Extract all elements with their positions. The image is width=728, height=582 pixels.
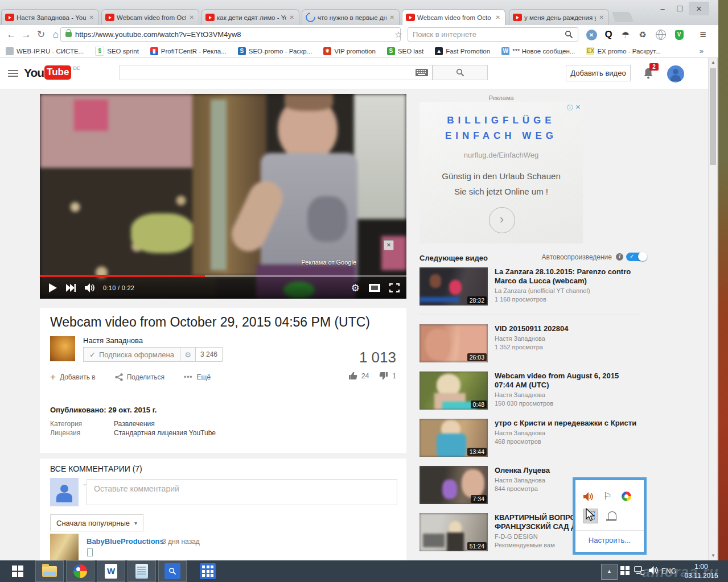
window-maximize-button[interactable]: ☐ — [672, 2, 688, 15]
browser-tab[interactable]: у меня день раждения у✕ — [509, 9, 609, 25]
bookmark-star-icon[interactable]: ☆ — [392, 25, 405, 44]
taskbar-browser[interactable] — [66, 560, 94, 582]
video-thumbnail[interactable]: 7:34 — [419, 466, 488, 504]
extension-icon-recycle[interactable]: ♻ — [635, 25, 650, 44]
browser-tab[interactable]: Webcam video from Octo✕ — [101, 9, 199, 25]
video-thumbnail[interactable]: 0:48 — [419, 372, 488, 410]
extension-icon-shield[interactable]: V — [672, 25, 686, 44]
window-minimize-button[interactable]: – — [655, 2, 671, 15]
browser-tab-active[interactable]: Webcam video from Octo✕ — [402, 9, 505, 25]
scrollbar-thumb[interactable] — [710, 68, 716, 165]
extension-icon-bookmarks[interactable]: ✕ — [584, 25, 599, 44]
window-close-button[interactable]: ✕ — [689, 2, 709, 15]
show-hidden-icons-button[interactable]: ▲ — [601, 564, 618, 580]
flag-icon[interactable]: ⚐ — [603, 490, 612, 502]
bookmark-item[interactable]: ✷VIP promotion — [323, 47, 376, 55]
theater-mode-icon[interactable] — [369, 284, 380, 292]
video-player[interactable]: ✕ Реклама от Google 0:10 / 0:22 ⚙ — [40, 94, 406, 299]
player-ad-close-icon[interactable]: ✕ — [384, 240, 394, 250]
keyboard-icon[interactable] — [416, 69, 428, 76]
dislike-button[interactable]: 1 — [379, 372, 396, 380]
extension-icon-globe[interactable] — [653, 25, 668, 44]
youtube-search-button[interactable] — [433, 65, 488, 80]
hamburger-menu-icon[interactable] — [8, 70, 18, 71]
settings-gear-icon[interactable]: ⚙ — [351, 282, 360, 294]
tab-close-icon[interactable]: ✕ — [289, 14, 295, 20]
ad-url[interactable]: nurflug.de/EinfachWeg — [419, 151, 583, 159]
tab-close-icon[interactable]: ✕ — [495, 14, 501, 20]
video-thumbnail[interactable]: 28:32 — [419, 267, 488, 306]
channel-name[interactable]: Настя Западнова — [83, 336, 143, 345]
comment-author-avatar[interactable] — [50, 534, 79, 560]
forward-button[interactable]: → — [19, 25, 33, 44]
scroll-up-arrow[interactable]: ▲ — [709, 58, 718, 67]
video-title[interactable]: Webcam video from August 6, 2015 07:44 A… — [495, 372, 639, 390]
bookmark-item[interactable]: WEB-IP.RU - СИСТЕ... — [6, 47, 84, 55]
category-value[interactable]: Развлечения — [114, 420, 155, 428]
suggested-video[interactable]: 28:32 La Zanzara 28.10.2015: Parenzo con… — [419, 267, 639, 306]
new-tab-button[interactable] — [612, 12, 634, 22]
browser-tray-icon[interactable] — [622, 492, 631, 501]
suggested-video[interactable]: 26:03 VID 20150911 202804Настя Западнова… — [419, 324, 639, 362]
video-title[interactable]: Оленка Луцева — [495, 466, 639, 475]
suggested-video[interactable]: 13:44 утро с Кристи и передеважки с Крис… — [419, 419, 639, 457]
reload-button[interactable]: ↻ — [34, 25, 48, 44]
comment-input[interactable]: Оставьте комментарий — [87, 479, 397, 505]
suggested-video[interactable]: 0:48 Webcam video from August 6, 2015 07… — [419, 372, 639, 410]
ad-info-icon[interactable]: ⓘ — [567, 104, 573, 112]
browser-tab[interactable]: как дети едят лимо - Yo✕ — [201, 9, 299, 25]
video-title[interactable]: утро с Кристи и передеважки с Кристи — [495, 419, 639, 428]
video-title[interactable]: La Zanzara 28.10.2015: Parenzo contro Ma… — [495, 267, 639, 286]
tab-close-icon[interactable]: ✕ — [188, 14, 195, 20]
browser-tab[interactable]: что нужно в первые дн✕ — [302, 9, 400, 25]
volume-tray-icon[interactable] — [583, 492, 594, 501]
browser-menu-button[interactable]: ≡ — [696, 25, 710, 44]
bookmark-item[interactable]: W*** Новое сообщен... — [501, 47, 575, 55]
add-to-button[interactable]: +Добавить в — [50, 372, 96, 383]
taskbar-word[interactable]: W — [97, 560, 125, 582]
comment-author[interactable]: BabyBlueProductions — [87, 537, 164, 546]
start-button[interactable] — [3, 560, 32, 582]
tray-windows-icon[interactable] — [620, 566, 630, 575]
url-text[interactable]: https://www.youtube.com/watch?v=EYtO3VM4… — [75, 30, 241, 39]
taskbar-apps-grid[interactable] — [194, 560, 222, 582]
bookmark-item[interactable]: SSEO-promo - Раскр... — [238, 47, 312, 55]
browser-tab[interactable]: Настя Западнова - YouT✕ — [1, 9, 99, 25]
display-ad[interactable]: ⓘ✕ BILLIGFLÜGE EINFACH WEG nurflug.de/Ei… — [419, 102, 583, 243]
video-thumbnail[interactable]: 13:44 — [419, 419, 488, 457]
bookmark-item[interactable]: SSEO last — [387, 47, 423, 55]
https-lock-icon[interactable] — [65, 32, 72, 37]
more-button[interactable]: •••Ещё — [184, 373, 211, 381]
upload-video-button[interactable]: Добавить видео — [566, 65, 631, 81]
tab-close-icon[interactable]: ✕ — [88, 14, 95, 20]
volume-icon[interactable] — [85, 283, 95, 292]
browser-search-box[interactable]: Поиск в интернете — [408, 27, 578, 42]
autoplay-info-icon[interactable]: i — [616, 253, 623, 261]
bookmark-item[interactable]: ▲Fast Promotion — [435, 47, 490, 55]
play-button[interactable] — [49, 283, 57, 292]
extension-icon-umbrella[interactable]: ☂ — [618, 25, 633, 44]
address-bar[interactable]: https://www.youtube.com/watch?v=EYtO3VM4… — [60, 27, 401, 42]
ad-close-icon[interactable]: ✕ — [575, 104, 581, 112]
youtube-search-input[interactable] — [120, 65, 433, 80]
bell-tray-icon[interactable] — [608, 511, 616, 519]
tab-close-icon[interactable]: ✕ — [389, 14, 396, 20]
taskbar-search[interactable] — [158, 560, 187, 582]
license-value[interactable]: Стандартная лицензия YouTube — [114, 429, 216, 437]
bookmark-item[interactable]: EXEX promo - Раскрут... — [586, 47, 660, 55]
scroll-down-arrow[interactable]: ▼ — [709, 551, 718, 560]
search-icon[interactable] — [565, 30, 573, 39]
like-button[interactable]: 24 — [348, 372, 369, 380]
subscription-settings-icon[interactable]: ⚙ — [180, 347, 196, 362]
customize-link[interactable]: Настроить... — [575, 536, 644, 544]
taskbar-file-explorer[interactable] — [35, 560, 64, 582]
back-button[interactable]: ← — [5, 25, 18, 44]
ad-arrow-button[interactable]: › — [489, 207, 515, 233]
bookmark-item[interactable]: $SEO sprint — [95, 47, 139, 56]
autoplay-toggle[interactable]: ✓ — [626, 253, 647, 261]
video-title[interactable]: VID 20150911 202804 — [495, 324, 639, 333]
fullscreen-icon[interactable] — [389, 283, 400, 292]
video-thumbnail[interactable]: 51:24 — [419, 513, 488, 551]
next-button[interactable] — [66, 284, 76, 292]
extension-icon-search[interactable]: Q — [601, 25, 616, 44]
